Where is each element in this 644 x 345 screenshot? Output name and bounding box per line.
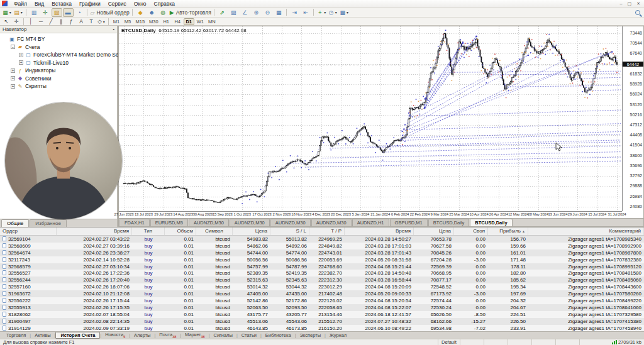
menu-1[interactable]: Вид <box>31 1 48 7</box>
timeframe-W1[interactable]: W1 <box>195 18 206 25</box>
timeframe-MN[interactable]: MN <box>206 18 218 25</box>
navigator-button[interactable]: ▧ <box>52 8 62 17</box>
metaeditor-button[interactable]: ◆ <box>135 8 146 17</box>
chart-tab-5[interactable]: AUDNZD,M30 <box>311 219 352 226</box>
table-row[interactable]: 321172432024.02.14 10:52:28buy0.01btcusd… <box>0 256 644 263</box>
table-row[interactable]: 325571602024.02.26 18:07:06buy0.01btcusd… <box>0 283 644 290</box>
terminal-tab-Статьи[interactable]: Статьи <box>238 332 260 338</box>
table-row[interactable]: 325562222024.02.26 17:15:44buy0.01btcusd… <box>0 297 644 304</box>
new-order-button[interactable]: ▱Новый ордер <box>90 8 130 17</box>
chart-tab-7[interactable]: GBPUSD,M1 <box>390 219 428 226</box>
periods-button[interactable]: ▨ <box>228 8 239 17</box>
column-header-9[interactable]: Цена <box>414 227 454 235</box>
timeframe-M30[interactable]: M30 <box>147 18 160 25</box>
price-chart[interactable] <box>119 26 622 211</box>
table-row[interactable]: 325686092024.02.27 03:39:16buy0.01btcusd… <box>0 243 644 249</box>
close-button[interactable]: ✕ <box>634 1 643 6</box>
navigator-item-5[interactable]: +◆Советники <box>3 75 117 83</box>
chart-tab-8[interactable]: BTCUSD,Daily <box>428 219 470 226</box>
navigator-tab-Избранное[interactable]: Избранное <box>30 219 67 227</box>
navigator-dock-icon[interactable]: ▪ <box>113 27 114 31</box>
timeframe-M15[interactable]: M15 <box>134 18 147 25</box>
restore-button[interactable]: ▢ <box>625 1 635 6</box>
terminal-tab-История Счета[interactable]: История Счета <box>55 332 100 339</box>
navigator-item-6[interactable]: +✎Скрипты <box>3 82 117 90</box>
terminal-tab-Сигналы[interactable]: Сигналы <box>209 332 236 338</box>
timeframe-M5[interactable]: M5 <box>123 18 133 25</box>
chart-tab-1[interactable]: EURUSD,M5 <box>150 219 188 226</box>
timeframe-H4[interactable]: H4 <box>172 18 183 25</box>
column-header-7[interactable]: T / P <box>309 227 345 235</box>
terminal-tab-Активы[interactable]: Активы <box>31 332 54 338</box>
chart-tab-4[interactable]: AUDNZD,M30 <box>270 219 311 226</box>
tree-expander-icon[interactable]: + <box>11 76 15 80</box>
data-window-button[interactable]: ✛ <box>40 8 51 17</box>
terminal-tab-Журнал[interactable]: Журнал <box>326 332 350 338</box>
column-header-10[interactable]: Своп <box>454 227 488 235</box>
column-header-0[interactable]: Ордер <box>0 227 57 235</box>
shapes-tool[interactable]: ◇▾ <box>97 18 106 25</box>
table-row[interactable]: 318280622024.02.07 18:55:04buy0.01btcusd… <box>0 311 644 318</box>
channel-tool[interactable]: ∥ <box>57 18 66 25</box>
menu-4[interactable]: Сервис <box>104 1 130 7</box>
indicators-list-button[interactable]: ⇗ <box>217 8 228 17</box>
chart-tab-9[interactable]: BTCUSD,Daily <box>470 219 512 226</box>
navigator-item-4[interactable]: +ƒИндикаторы <box>3 67 117 75</box>
terminal-tab-Библиотека[interactable]: Библиотека <box>262 332 295 338</box>
table-row[interactable]: 325685792024.02.27 03:10:34buy0.01btcusd… <box>0 263 644 270</box>
table-row[interactable]: 325559132024.02.26 17:15:35buy0.01btcusd… <box>0 304 644 311</box>
add-indicators-button[interactable]: ＋▾ <box>316 8 327 17</box>
objects-button[interactable]: ∠ <box>240 8 250 17</box>
menu-6[interactable]: Справка <box>150 1 179 7</box>
templates-button[interactable]: ▩▾ <box>339 8 350 17</box>
timeframe-H1[interactable]: H1 <box>161 18 172 25</box>
chart-shift-button[interactable]: ⇤ <box>301 8 311 17</box>
chart-tab-0[interactable]: FDAX,H1 <box>119 219 150 226</box>
horizontal-line-tool[interactable]: ─ <box>36 18 46 25</box>
menu-5[interactable]: Окно <box>130 1 150 7</box>
menu-3[interactable]: Графики <box>75 1 104 7</box>
minimize-button[interactable]: ‒ <box>618 1 625 6</box>
terminal-tab-Алерты[interactable]: Алерты <box>130 332 154 338</box>
profiles-button[interactable]: ▤▾ <box>13 8 24 17</box>
chart-tab-3[interactable]: AUDNZD,M30 <box>230 219 270 226</box>
trendline-tool[interactable]: ╱ <box>47 18 56 25</box>
terminal-tab-Торговля[interactable]: Торговля <box>3 332 30 338</box>
strategy-tester-button[interactable]: ◔ <box>74 8 85 17</box>
zoom-out-button[interactable]: ⊖ <box>262 8 273 17</box>
text-tool[interactable]: A <box>77 18 86 25</box>
table-row[interactable]: 319141292024.02.09 07:33:19buy0.01btcusd… <box>0 325 644 332</box>
periods-menu-button[interactable]: ◷▾ <box>328 8 338 17</box>
crosshair-tool[interactable]: ✛ <box>12 18 21 25</box>
timeframe-M1[interactable]: M1 <box>111 18 122 25</box>
navigator-item-2[interactable]: +▢ForexClubBY-MT4 Market Demo Server <box>3 51 117 59</box>
autoscroll-button[interactable]: ⇥ <box>289 8 300 17</box>
column-header-11[interactable]: Прибыль▲ <box>488 227 528 235</box>
tree-expander-icon[interactable]: + <box>11 68 15 73</box>
navigator-tab-Общие[interactable]: Общие <box>1 219 29 227</box>
navigator-item-1[interactable]: -▰Счета <box>3 43 117 52</box>
column-header-6[interactable]: S / L <box>270 227 309 235</box>
community-button[interactable]: ☻ <box>147 8 157 17</box>
tree-expander-icon[interactable]: + <box>19 60 23 65</box>
mql5-button[interactable]: ◍ <box>158 8 169 17</box>
terminal-tab-Эксперты[interactable]: Эксперты <box>296 332 325 338</box>
column-header-2[interactable]: Тип <box>132 227 165 235</box>
status-profile[interactable]: Default <box>438 339 460 345</box>
column-header-3[interactable]: Объем <box>165 227 196 235</box>
timeframe-D1[interactable]: D1 <box>184 18 194 25</box>
tree-expander-icon[interactable]: + <box>19 53 23 57</box>
table-row[interactable]: 325565272024.02.26 17:22:36buy0.01btcusd… <box>0 270 644 277</box>
chart-tab-2[interactable]: AUDNZD,M30 <box>189 219 229 226</box>
table-row[interactable]: 325691042024.02.27 03:43:22buy0.01btcusd… <box>0 236 644 243</box>
market-watch-button[interactable]: ▥ <box>29 8 40 17</box>
cursor-tool[interactable]: ↖ <box>2 18 11 25</box>
tile-windows-button[interactable]: ▦ <box>274 8 284 17</box>
zoom-in-button[interactable]: ⊕ <box>251 8 262 17</box>
navigator-item-0[interactable]: ▣FC MT4 BY <box>3 35 117 43</box>
terminal-tab-Новости[interactable]: Новости5 <box>101 332 129 339</box>
vertical-line-tool[interactable]: │ <box>26 18 36 25</box>
column-header-8[interactable]: Время <box>345 227 414 235</box>
autotrading-button[interactable]: ▶Авто-торговля <box>169 8 212 17</box>
table-row[interactable]: 319004972024.02.08 22:14:35buy0.01btcusd… <box>0 318 644 325</box>
